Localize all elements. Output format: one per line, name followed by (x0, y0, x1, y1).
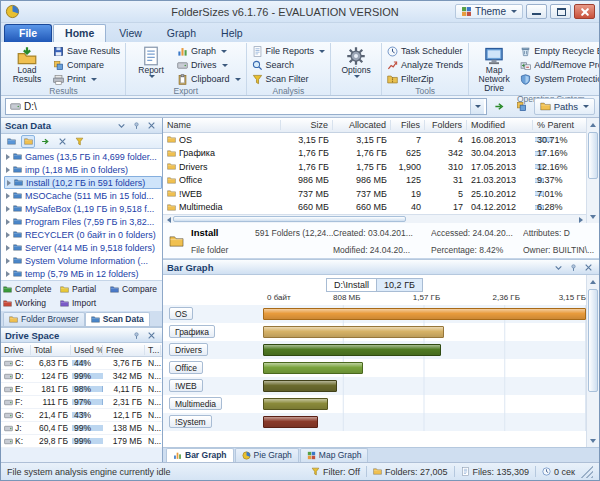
legend-compare[interactable]: Compare (110, 284, 165, 294)
horizontal-scrollbar[interactable] (163, 214, 586, 223)
scroll-up-button[interactable] (587, 119, 598, 130)
scrollbar-thumb[interactable] (588, 289, 598, 392)
col-files[interactable]: Files (391, 120, 425, 130)
file-row[interactable]: !WEB737 МБ737 МБ19525.10.20127.01% (163, 187, 586, 201)
resize-grip[interactable] (581, 466, 593, 478)
compare-button[interactable]: Compare (50, 58, 123, 72)
tab-map-graph[interactable]: Map Graph (300, 448, 369, 462)
col-drive[interactable]: Drive (1, 345, 31, 355)
drive-row[interactable]: K:29,8 ГБ99%179 МБN... (1, 435, 162, 448)
map-network-drive-button[interactable]: Map Network Drive (471, 43, 517, 94)
close-button[interactable] (574, 4, 595, 19)
file-row[interactable]: OS3,15 ГБ3,15 ГБ7416.08.201330.71% (163, 133, 586, 147)
scroll-up-button[interactable] (587, 276, 598, 287)
graph-root-path[interactable]: D:\Install (326, 278, 377, 292)
scroll-down-button[interactable] (587, 435, 598, 446)
graph-bar-row[interactable]: !WEB (163, 377, 586, 395)
col-free[interactable]: Free (103, 345, 145, 355)
col-allocated[interactable]: Allocated (333, 120, 391, 130)
collapse-all-button[interactable] (21, 135, 35, 148)
col-type[interactable]: T... (145, 345, 161, 355)
tab-graph[interactable]: Graph (155, 24, 208, 42)
file-row[interactable]: Графика1,76 ГБ1,76 ГБ62534230.04.201317.… (163, 147, 586, 161)
graph-bar-row[interactable]: Drivers (163, 341, 586, 359)
panel-menu-button[interactable] (552, 261, 565, 273)
status-filter[interactable]: Filter: Off (311, 467, 360, 477)
scroll-right-button[interactable] (575, 214, 586, 225)
tab-scan-data[interactable]: Scan Data (85, 312, 150, 326)
graph-bar-row[interactable]: Multimedia (163, 395, 586, 413)
bar[interactable] (263, 308, 586, 320)
tree-item-msocache[interactable]: MSOCache (511 МБ in 15 fold... (4, 189, 162, 202)
legend-import[interactable]: Import (60, 298, 110, 308)
file-row[interactable]: Drivers1,76 ГБ1,75 ГБ1,90031017.05.20131… (163, 160, 586, 174)
scrollbar-thumb[interactable] (173, 216, 406, 222)
panel-close-button[interactable] (582, 261, 595, 273)
print-button[interactable]: Print (50, 72, 123, 86)
bar[interactable] (263, 326, 444, 338)
panel-pin-button[interactable] (130, 329, 143, 341)
col-folders[interactable]: Folders (425, 120, 467, 130)
theme-button[interactable]: Theme (455, 4, 523, 19)
tree-item-games[interactable]: Games (13,5 ГБ in 4,699 folder... (4, 150, 162, 163)
col-parent[interactable]: % Parent (533, 120, 587, 130)
vertical-scrollbar[interactable] (586, 118, 599, 223)
path-dropdown-button[interactable] (470, 99, 484, 114)
load-results-button[interactable]: Load Results (4, 43, 50, 86)
tree-item-system-volume-information[interactable]: System Volume Information (... (4, 254, 162, 267)
clipboard-button[interactable]: Clipboard (174, 72, 244, 86)
search-button[interactable]: Search (249, 58, 329, 72)
col-used[interactable]: Used % (71, 345, 103, 355)
drive-row[interactable]: F:111 ГБ97%2,31 ГБN... (1, 396, 162, 409)
bar[interactable] (263, 380, 337, 392)
tree-item-install[interactable]: Install (10,2 ГБ in 591 folders) (4, 176, 162, 189)
bar[interactable] (263, 362, 363, 374)
tree-item-imp[interactable]: imp (1,18 МБ in 0 folders) (4, 163, 162, 176)
graph-bar-row[interactable]: OS (163, 305, 586, 323)
legend-working[interactable]: Working (3, 298, 60, 308)
graph-bar-row[interactable]: Графика (163, 323, 586, 341)
refresh-button[interactable] (38, 135, 52, 148)
go-button[interactable] (490, 98, 509, 115)
file-reports-button[interactable]: File Reports (249, 44, 329, 58)
drive-row[interactable]: G:21,4 ГБ43%12,1 ГБN... (1, 409, 162, 422)
scrollbar-thumb[interactable] (588, 132, 598, 179)
tab-help[interactable]: Help (209, 24, 255, 42)
file-row[interactable]: Multimedia660 МБ660 МБ401704.12.20126.28… (163, 201, 586, 215)
drive-row[interactable]: D:124 ГБ99%342 МБN... (1, 370, 162, 383)
new-window-button[interactable] (512, 98, 531, 115)
file-row[interactable]: Office986 МБ986 МБ1253121.03.20139.37% (163, 174, 586, 188)
maximize-button[interactable] (550, 4, 571, 19)
bar[interactable] (263, 344, 441, 356)
col-modified[interactable]: Modified (467, 120, 533, 130)
tab-home[interactable]: Home (53, 24, 106, 42)
tree-item-program-files[interactable]: Program Files (7,59 ГБ in 3,82... (4, 215, 162, 228)
paths-button[interactable]: Paths (534, 98, 595, 115)
col-size[interactable]: Size (281, 120, 333, 130)
save-results-button[interactable]: Save Results (50, 44, 123, 58)
drive-row[interactable]: J:60,4 ГБ99%138 МБN... (1, 422, 162, 435)
drive-row[interactable]: C:6,83 ГБ44%3,76 ГБN... (1, 357, 162, 370)
tree-item-temp[interactable]: temp (5,79 МБ in 12 folders) (4, 267, 162, 280)
remove-scan-button[interactable] (55, 135, 69, 148)
path-combo[interactable]: D:\ (5, 98, 487, 115)
panel-close-button[interactable] (145, 120, 158, 132)
panel-pin-button[interactable] (567, 261, 580, 273)
scan-filter-button[interactable]: Scan Filter (249, 72, 329, 86)
bar[interactable] (263, 416, 318, 428)
filterzip-button[interactable]: FilterZip (384, 72, 466, 86)
col-name[interactable]: Name (163, 120, 281, 130)
options-button[interactable]: Options (333, 43, 379, 84)
export-graph-button[interactable]: Graph (174, 44, 244, 58)
vertical-scrollbar[interactable] (586, 275, 599, 447)
bar[interactable] (263, 398, 328, 410)
report-button[interactable]: Report (128, 43, 174, 86)
task-scheduler-button[interactable]: Task Scheduler (384, 44, 466, 58)
col-total[interactable]: Total (31, 345, 71, 355)
tab-folder-browser[interactable]: Folder Browser (3, 312, 85, 326)
tree-item-recycler[interactable]: RECYCLER (0 байт in 0 folders) (4, 228, 162, 241)
expand-all-button[interactable] (4, 135, 18, 148)
scroll-down-button[interactable] (587, 211, 598, 222)
legend-complete[interactable]: Complete (3, 284, 60, 294)
panel-menu-button[interactable] (115, 120, 128, 132)
